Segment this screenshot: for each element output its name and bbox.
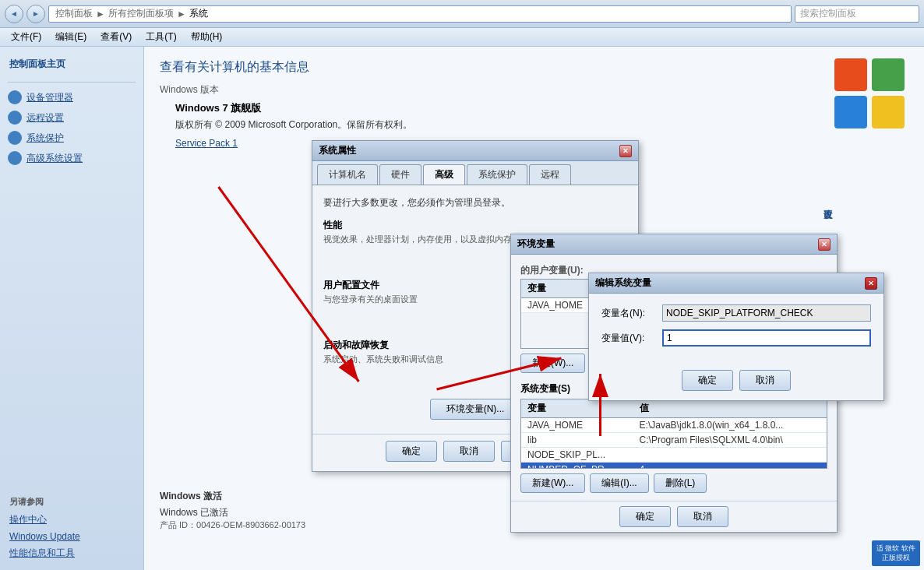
activation-detail: 产品 ID：00426-OEM-8903662-00173	[160, 519, 305, 531]
search-placeholder: 搜索控制面板	[800, 7, 856, 20]
envvars-footer: 确定 取消	[511, 501, 837, 532]
svg-rect-1	[872, 58, 905, 91]
search-box[interactable]: 搜索控制面板	[795, 5, 919, 23]
menu-edit[interactable]: 编辑(E)	[49, 29, 93, 45]
copyright: 版权所有 © 2009 Microsoft Corporation。保留所有权利…	[175, 118, 908, 132]
advanced-icon	[8, 151, 22, 165]
tab-system-protection[interactable]: 系统保护	[467, 164, 527, 185]
sys-var-value	[633, 448, 827, 463]
editvar-title-bar: 编辑系统变量 ✕	[589, 273, 883, 294]
sys-var-value: E:\JavaB\jdk1.8.0(win_x64_1.8.0...	[633, 418, 827, 433]
sidebar-item-remote[interactable]: 远程设置	[0, 107, 143, 128]
editvar-close-btn[interactable]: ✕	[865, 277, 877, 290]
activation-status: Windows 已激活	[160, 506, 305, 519]
var-value-label: 变量值(V):	[601, 332, 656, 345]
sys-delete-btn[interactable]: 删除(L)	[654, 473, 707, 493]
editvar-body: 变量名(N): 变量值(V):	[589, 294, 883, 365]
sysprops-notice: 要进行大多数更改，您必须作为管理员登录。	[323, 196, 627, 209]
sidebar-link-performance[interactable]: 性能信息和工具	[0, 544, 143, 562]
sys-edit-btn[interactable]: 编辑(I)...	[590, 473, 648, 493]
menu-view[interactable]: 查看(V)	[94, 29, 138, 45]
editvar-footer: 确定 取消	[589, 365, 883, 400]
editvar-title: 编辑系统变量	[595, 276, 651, 290]
sys-var-name: lib	[521, 433, 633, 448]
system-vars-btn-row: 新建(W)... 编辑(I)... 删除(L)	[511, 469, 837, 498]
remote-icon	[8, 111, 22, 125]
var-name-input[interactable]	[662, 304, 871, 322]
table-row[interactable]: lib C:\Program Files\SQLXML 4.0\bin\	[521, 433, 827, 448]
address-bar[interactable]: 控制面板 ► 所有控制面板项 ► 系统	[48, 5, 792, 23]
protection-icon	[8, 131, 22, 145]
sidebar-link-action-center[interactable]: 操作中心	[0, 511, 143, 529]
svg-rect-2	[834, 96, 867, 128]
user-vars-label: 的用户变量(U):	[520, 265, 584, 276]
tab-advanced[interactable]: 高级	[423, 164, 465, 185]
sidebar-item-advanced[interactable]: 高级系统设置	[0, 148, 143, 168]
menu-tools[interactable]: 工具(T)	[139, 29, 182, 45]
top-bar: ◄ ► 控制面板 ► 所有控制面板项 ► 系统 搜索控制面板	[0, 0, 924, 28]
sidebar-item-protection[interactable]: 系统保护	[0, 128, 143, 148]
svg-rect-0	[834, 58, 867, 91]
watermark-line1: 适 微软 软件	[876, 544, 915, 552]
tab-hardware[interactable]: 硬件	[379, 164, 421, 185]
sidebar-label-remote: 远程设置	[26, 111, 64, 125]
sys-var-value: 4	[633, 463, 827, 470]
sys-var-name: NUMBER_OF_PR	[521, 463, 633, 470]
watermark-line2: 正版授权	[882, 554, 910, 561]
watermark: 适 微软 软件 正版授权	[872, 540, 920, 566]
envvars-cancel-btn[interactable]: 取消	[677, 506, 728, 527]
user-new-btn[interactable]: 新建(W)...	[520, 354, 585, 373]
table-row[interactable]: NODE_SKIP_PL...	[521, 448, 827, 463]
system-vars-table: 变量 值 JAVA_HOME E:\JavaB\jdk1.8.0(win_x64…	[521, 399, 827, 469]
sysprops-tabs: 计算机名 硬件 高级 系统保护 远程	[312, 161, 638, 185]
envvars-close-btn[interactable]: ✕	[818, 238, 831, 251]
editvar-ok-btn[interactable]: 确定	[682, 370, 733, 391]
sysprops-title: 系统属性	[319, 144, 356, 157]
address-sep1: ►	[96, 9, 105, 19]
envvars-ok-btn[interactable]: 确定	[619, 506, 671, 527]
var-value-row: 变量值(V):	[601, 329, 871, 347]
dialog-edit-var: 编辑系统变量 ✕ 变量名(N): 变量值(V): 确定 取消	[588, 273, 884, 401]
table-row[interactable]: NUMBER_OF_PR 4	[521, 463, 827, 470]
tab-remote[interactable]: 远程	[529, 164, 571, 185]
sys-new-btn[interactable]: 新建(W)...	[520, 473, 585, 493]
editvar-cancel-btn[interactable]: 取消	[739, 370, 791, 391]
sidebar-label-advanced: 高级系统设置	[26, 152, 83, 165]
address-part2: 所有控制面板项	[108, 7, 174, 20]
menu-bar: 文件(F) 编辑(E) 查看(V) 工具(T) 帮助(H)	[0, 28, 924, 47]
back-button[interactable]: ◄	[5, 5, 23, 23]
sidebar-divider	[8, 82, 136, 83]
address-sep2: ►	[177, 9, 186, 19]
activation-title: Windows 激活	[160, 490, 305, 503]
table-row[interactable]: JAVA_HOME E:\JavaB\jdk1.8.0(win_x64_1.8.…	[521, 418, 827, 433]
perf-title: 性能	[323, 219, 627, 232]
activation-section: Windows 激活 Windows 已激活 产品 ID：00426-OEM-8…	[160, 490, 305, 531]
sidebar-home[interactable]: 控制面板主页	[0, 55, 143, 77]
sidebar-item-device-manager[interactable]: 设备管理器	[0, 87, 143, 107]
sysprops-ok-btn[interactable]: 确定	[386, 441, 437, 462]
windows-logo	[831, 55, 908, 132]
sys-var-value: C:\Program Files\SQLXML 4.0\bin\	[633, 433, 827, 448]
sidebar-link-windows-update[interactable]: Windows Update	[0, 529, 143, 544]
system-vars-table-wrapper[interactable]: 变量 值 JAVA_HOME E:\JavaB\jdk1.8.0(win_x64…	[520, 399, 827, 469]
env-vars-btn[interactable]: 环境变量(N)...	[430, 399, 521, 420]
var-name-row: 变量名(N):	[601, 304, 871, 322]
tab-computer-name[interactable]: 计算机名	[317, 164, 378, 185]
sidebar: 控制面板主页 设备管理器 远程设置 系统保护 高级系统设置 另请参阅 操作中心 …	[0, 47, 144, 570]
var-value-input[interactable]	[662, 329, 871, 347]
sidebar-label-device-manager: 设备管理器	[26, 91, 73, 104]
svg-rect-3	[872, 96, 905, 128]
sysprops-close-btn[interactable]: ✕	[619, 145, 632, 157]
sysprops-cancel-btn[interactable]: 取消	[443, 441, 495, 462]
page-title: 查看有关计算机的基本信息	[160, 59, 908, 76]
sysprops-title-bar: 系统属性 ✕	[312, 141, 638, 161]
sys-var-name: NODE_SKIP_PL...	[521, 448, 633, 463]
sys-var-col-name: 变量	[521, 399, 633, 418]
forward-button[interactable]: ►	[26, 5, 45, 23]
windows-edition: Windows 7 旗舰版	[175, 101, 908, 115]
sys-var-col-value: 值	[633, 399, 827, 418]
menu-file[interactable]: 文件(F)	[5, 29, 48, 45]
var-name-label: 变量名(N):	[601, 307, 656, 320]
menu-help[interactable]: 帮助(H)	[185, 29, 229, 45]
envvars-title: 环境变量	[517, 238, 555, 251]
